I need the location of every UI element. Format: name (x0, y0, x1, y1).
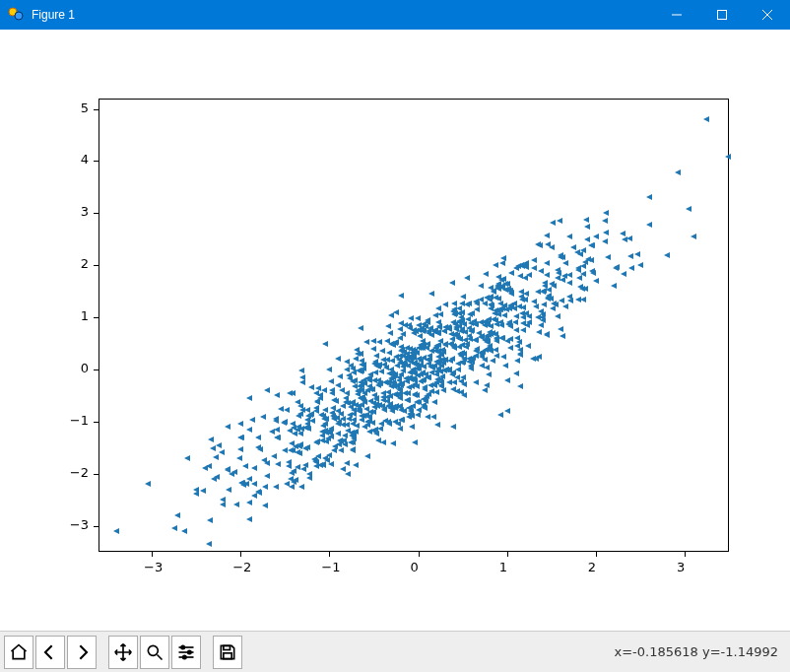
scatter-marker (342, 441, 348, 447)
scatter-marker (380, 394, 386, 400)
scatter-marker (335, 356, 341, 362)
scatter-marker (362, 399, 367, 405)
scatter-marker (264, 473, 270, 479)
forward-button[interactable] (67, 636, 97, 669)
scatter-marker (295, 399, 300, 405)
scatter-marker (274, 427, 280, 433)
scatter-marker (439, 373, 445, 379)
scatter-marker (344, 422, 350, 428)
scatter-marker (219, 449, 225, 455)
scatter-marker (460, 374, 466, 380)
scatter-marker (200, 488, 206, 494)
scatter-marker (424, 393, 429, 399)
maximize-button[interactable] (699, 0, 745, 30)
scatter-marker (451, 379, 457, 385)
scatter-marker (208, 437, 214, 442)
scatter-marker (387, 330, 393, 336)
scatter-marker (703, 116, 709, 122)
scatter-marker (370, 346, 376, 352)
scatter-marker (372, 427, 378, 433)
scatter-marker (370, 409, 376, 415)
figure-canvas[interactable]: −3−2−10123−3−2−1012345 (0, 30, 790, 631)
scatter-marker (461, 351, 467, 357)
svg-point-11 (181, 645, 184, 648)
scatter-marker (507, 302, 513, 308)
minimize-button[interactable] (654, 0, 699, 30)
xtick-label: 1 (499, 560, 507, 574)
scatter-marker (338, 447, 344, 453)
scatter-marker (418, 378, 424, 384)
scatter-marker (428, 364, 433, 370)
xtick (240, 552, 241, 557)
scatter-marker (539, 314, 545, 320)
ytick (94, 265, 99, 266)
scatter-marker (474, 306, 480, 312)
pan-button[interactable] (108, 636, 138, 669)
scatter-marker (523, 310, 529, 316)
scatter-marker (459, 360, 465, 366)
scatter-marker (614, 264, 620, 270)
scatter-marker (582, 286, 588, 292)
scatter-marker (584, 224, 590, 230)
scatter-marker (298, 368, 304, 373)
scatter-marker (281, 420, 287, 426)
scatter-marker (488, 285, 494, 291)
scatter-marker (350, 399, 356, 405)
scatter-marker (517, 351, 523, 357)
scatter-marker (538, 268, 544, 274)
scatter-marker (210, 445, 216, 451)
scatter-marker (385, 323, 391, 329)
scatter-marker (434, 422, 440, 428)
move-icon (113, 642, 133, 662)
xtick (152, 552, 153, 557)
zoom-button[interactable] (140, 636, 169, 669)
scatter-marker (482, 357, 488, 363)
scatter-marker (588, 242, 594, 248)
ytick (94, 109, 99, 110)
svg-point-1 (15, 12, 23, 20)
scatter-marker (315, 453, 321, 459)
scatter-marker (501, 312, 507, 318)
scatter-marker (299, 374, 305, 380)
scatter-marker (646, 194, 652, 200)
scatter-marker (544, 272, 550, 278)
scatter-marker (646, 222, 652, 228)
ytick (94, 370, 99, 370)
close-button[interactable] (745, 0, 790, 30)
scatter-marker (236, 455, 242, 461)
scatter-marker (438, 383, 444, 389)
scatter-marker (410, 367, 416, 372)
home-icon (9, 642, 29, 662)
ytick-label: 3 (59, 204, 89, 219)
scatter-marker (425, 414, 430, 420)
scatter-marker (448, 341, 454, 347)
scatter-marker (460, 294, 466, 300)
scatter-marker (424, 345, 429, 351)
scatter-marker (364, 422, 370, 428)
scatter-marker (488, 294, 494, 300)
scatter-marker (339, 387, 345, 393)
scatter-marker (295, 464, 300, 470)
scatter-marker (246, 395, 252, 401)
back-button[interactable] (35, 636, 65, 669)
scatter-marker (364, 375, 370, 381)
scatter-marker (377, 380, 383, 386)
scatter-marker (428, 291, 434, 297)
home-button[interactable] (4, 636, 33, 669)
scatter-marker (605, 254, 611, 260)
configure-button[interactable] (171, 636, 201, 669)
scatter-marker (431, 381, 437, 387)
scatter-marker (421, 402, 427, 408)
scatter-marker (373, 353, 379, 359)
scatter-marker (500, 354, 506, 360)
scatter-marker (502, 287, 508, 293)
save-button[interactable] (213, 636, 242, 669)
xtick (419, 552, 420, 557)
scatter-marker (299, 379, 305, 385)
scatter-marker (449, 280, 455, 286)
scatter-marker (507, 345, 513, 351)
scatter-marker (346, 372, 352, 378)
scatter-marker (264, 387, 270, 393)
scatter-marker (296, 450, 302, 456)
scatter-marker (473, 337, 479, 343)
